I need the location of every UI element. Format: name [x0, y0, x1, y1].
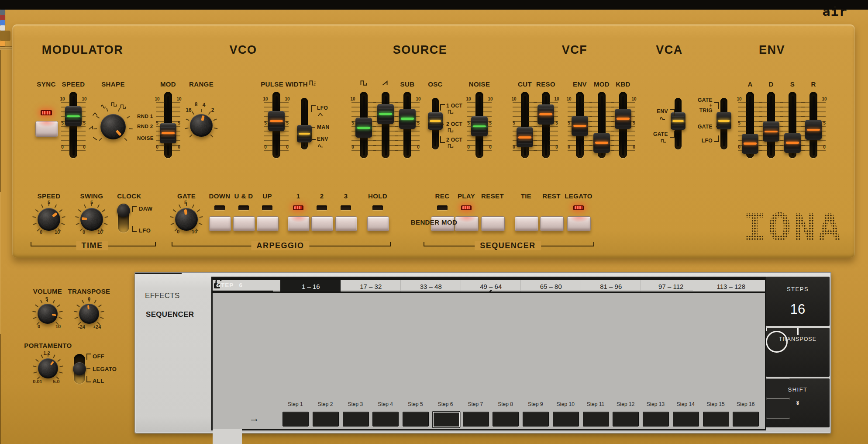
- step-button-9[interactable]: [523, 412, 549, 427]
- sync-button[interactable]: [35, 121, 58, 137]
- arpeggio-button-6[interactable]: [367, 216, 389, 231]
- shift-prev-button[interactable]: ‹: [766, 378, 790, 399]
- fader-tick: [801, 150, 810, 151]
- color-swatch-red[interactable]: [0, 15, 5, 20]
- sequencer-button-2[interactable]: [481, 216, 505, 231]
- color-swatch-light-gray[interactable]: [0, 25, 5, 31]
- step-button-14[interactable]: [673, 412, 699, 427]
- sequencer-button-1[interactable]: [455, 216, 479, 231]
- step-button-10[interactable]: [553, 412, 579, 427]
- tab-effects[interactable]: EFFECTS: [145, 291, 180, 300]
- step-label: Step 12: [617, 401, 634, 407]
- vco-pulse-width-fader-handle[interactable]: [268, 111, 285, 131]
- fader-tick: [483, 150, 492, 151]
- env-sustain-fader-handle[interactable]: [784, 133, 801, 153]
- fader-tick: [817, 150, 826, 151]
- time-swing-knob[interactable]: [80, 208, 103, 231]
- clock-toggle[interactable]: [117, 204, 130, 217]
- arpeggio-button-2-label: UP: [262, 192, 272, 200]
- vco-pw-mode-selector-handle[interactable]: [297, 125, 312, 142]
- arpeggio-button-5[interactable]: [335, 216, 357, 231]
- fader-tick: [759, 150, 768, 151]
- step-button-16[interactable]: [733, 412, 759, 427]
- arpeggio-gate-knob[interactable]: [175, 208, 198, 231]
- sequencer-button-5[interactable]: [567, 216, 591, 231]
- transpose-knob-pointer-wrap: [78, 303, 100, 325]
- step-button-2[interactable]: [313, 412, 339, 427]
- fader-scale-number: 0: [351, 145, 354, 149]
- vco-mod-fader-handle[interactable]: [160, 123, 176, 143]
- fader-tick: [589, 126, 598, 127]
- fader-tick: [156, 111, 165, 112]
- arpeggio-button-3[interactable]: [288, 216, 310, 231]
- step-button-5[interactable]: [403, 412, 429, 427]
- volume-knob[interactable]: [38, 304, 58, 324]
- fader-tick: [627, 150, 635, 151]
- sequencer-button-3[interactable]: [515, 216, 538, 231]
- color-swatch-orange[interactable]: [0, 41, 5, 46]
- portamento-knob[interactable]: [38, 358, 58, 378]
- bender-mod-label: BENDER MOD: [411, 219, 458, 226]
- env-sustain-fader-value-line: [786, 142, 799, 144]
- source-sub-fader-handle[interactable]: [399, 109, 416, 129]
- modulator-shape-knob[interactable]: [100, 114, 126, 139]
- step-button-4[interactable]: [372, 412, 399, 427]
- fader-tick: [61, 150, 70, 151]
- color-swatch-slate[interactable]: [0, 10, 5, 15]
- sequencer-button-4[interactable]: [540, 216, 564, 231]
- portamento-mode-switch[interactable]: [73, 362, 86, 375]
- arpeggio-button-1[interactable]: [233, 216, 255, 231]
- step-button-15[interactable]: [703, 412, 729, 427]
- color-swatch-blue[interactable]: [0, 20, 5, 25]
- fader-tick: [61, 140, 70, 141]
- fader-tick: [589, 116, 598, 117]
- sine-wave-icon: [101, 103, 107, 111]
- step-button-7[interactable]: [463, 412, 489, 427]
- env-decay-fader-label: D: [768, 80, 773, 88]
- knob-tick: [74, 311, 77, 312]
- transpose-knob[interactable]: [79, 304, 99, 324]
- vcf-mod-fader-handle[interactable]: [593, 133, 610, 153]
- env-decay-fader-handle[interactable]: [763, 121, 779, 142]
- step-button-13[interactable]: [643, 412, 669, 427]
- vcf-env-fader-handle[interactable]: [572, 116, 588, 136]
- section-title: VCF: [562, 43, 588, 57]
- fader-tick: [780, 126, 789, 127]
- step-button-1[interactable]: [282, 412, 309, 427]
- shift-next-button[interactable]: ›: [766, 399, 790, 419]
- arpeggio-button-2[interactable]: [257, 216, 279, 231]
- env-release-fader-handle[interactable]: [805, 120, 822, 140]
- source-pulse-fader-handle[interactable]: [355, 118, 372, 138]
- step-button-12[interactable]: [613, 412, 639, 427]
- vcf-reso-fader-handle[interactable]: [537, 104, 554, 125]
- env-attack-fader-handle[interactable]: [742, 134, 758, 154]
- portamento-knob-scale-number: 5.0: [53, 379, 59, 384]
- vco-range-knob[interactable]: [190, 114, 213, 137]
- fader-tick: [395, 150, 404, 151]
- fader-scale-number: 5: [467, 121, 470, 125]
- vcf-kbd-fader-handle[interactable]: [615, 109, 631, 129]
- step-button-6[interactable]: [433, 412, 460, 427]
- clock-label: CLOCK: [117, 192, 141, 200]
- modulator-speed-fader-handle[interactable]: [65, 106, 82, 126]
- env-decay-fader-value-line: [765, 131, 778, 133]
- step-button-11[interactable]: [583, 412, 609, 427]
- source-osc-selector-handle[interactable]: [428, 112, 443, 130]
- step-label: Step 16: [737, 401, 754, 407]
- time-speed-knob[interactable]: [38, 208, 60, 231]
- fader-tick: [801, 107, 810, 108]
- step-button-3[interactable]: [343, 412, 369, 427]
- fader-tick: [611, 145, 620, 146]
- arpeggio-button-0[interactable]: [209, 216, 231, 231]
- source-noise-fader-handle[interactable]: [471, 116, 488, 136]
- sequencer-button-0-led: [437, 205, 448, 210]
- tab-sequencer[interactable]: SEQUENCER: [146, 310, 194, 319]
- arpeggio-button-4[interactable]: [311, 216, 333, 231]
- step-button-8[interactable]: [493, 412, 519, 427]
- fader-tick: [351, 102, 360, 103]
- fader-tick: [738, 111, 747, 112]
- modulator-shape-knob-label: SHAPE: [101, 80, 125, 88]
- env-attack-fader-value-line: [744, 142, 757, 145]
- vcf-cut-fader-handle[interactable]: [517, 127, 533, 147]
- source-saw-fader-handle[interactable]: [377, 104, 394, 124]
